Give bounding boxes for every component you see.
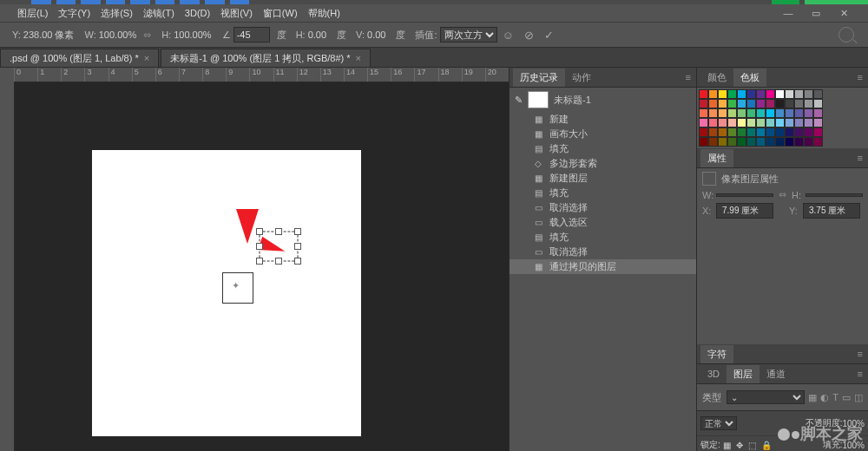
- swatch[interactable]: [756, 118, 766, 127]
- swatch[interactable]: [727, 127, 737, 137]
- swatch[interactable]: [766, 108, 775, 118]
- swatch[interactable]: [737, 99, 746, 108]
- transform-handle[interactable]: [256, 228, 263, 235]
- history-step[interactable]: ▤填充: [510, 186, 696, 200]
- transform-handle[interactable]: [256, 243, 263, 250]
- prop-x-value[interactable]: 7.99 厘米: [716, 203, 773, 219]
- swatch[interactable]: [785, 127, 794, 137]
- prop-y-value[interactable]: 3.75 厘米: [803, 203, 860, 219]
- history-step[interactable]: ▦新建图层: [510, 171, 696, 186]
- opt-vskew-value[interactable]: 0.00: [367, 29, 385, 40]
- freetransform-icon[interactable]: ☺: [503, 29, 514, 42]
- swatch[interactable]: [727, 89, 737, 99]
- swatch[interactable]: [813, 118, 823, 127]
- tab-layers[interactable]: 图层: [727, 365, 760, 383]
- prop-h-value[interactable]: [806, 193, 863, 197]
- tab-swatches[interactable]: 色板: [733, 69, 766, 87]
- swatch[interactable]: [775, 127, 785, 137]
- swatch[interactable]: [699, 108, 708, 118]
- swatch[interactable]: [746, 127, 756, 137]
- swatch[interactable]: [794, 108, 804, 118]
- swatch[interactable]: [794, 89, 804, 99]
- swatch[interactable]: [756, 99, 766, 108]
- swatch[interactable]: [794, 99, 804, 108]
- swatch[interactable]: [794, 137, 804, 147]
- tab-actions[interactable]: 动作: [565, 69, 598, 87]
- swatch[interactable]: [766, 137, 775, 147]
- document-tab[interactable]: .psd @ 100% (图层 1, Lab/8) *×: [0, 49, 159, 67]
- swatch[interactable]: [727, 108, 737, 118]
- swatch[interactable]: [775, 99, 785, 108]
- tab-properties[interactable]: 属性: [700, 149, 733, 167]
- transform-handle[interactable]: [275, 228, 282, 235]
- swatch[interactable]: [766, 89, 775, 99]
- swatch[interactable]: [718, 89, 727, 99]
- tab-history[interactable]: 历史记录: [513, 69, 565, 87]
- swatch[interactable]: [775, 89, 785, 99]
- opacity-value[interactable]: 100%: [842, 419, 865, 428]
- cancel-transform-button[interactable]: ⊘: [524, 29, 534, 42]
- swatch[interactable]: [804, 118, 813, 127]
- swatch[interactable]: [699, 89, 708, 99]
- menu-view[interactable]: 视图(V): [220, 7, 253, 20]
- swatch[interactable]: [737, 118, 746, 127]
- opt-hskew-value[interactable]: 0.00: [308, 29, 326, 40]
- lock-all-icon[interactable]: 🔒: [761, 441, 772, 450]
- history-step[interactable]: ▦新建: [510, 112, 696, 127]
- opt-h-value[interactable]: 100.00%: [174, 29, 211, 40]
- panel-menu-icon[interactable]: ≡: [852, 72, 868, 82]
- search-icon[interactable]: [838, 27, 854, 42]
- swatch[interactable]: [718, 127, 727, 137]
- swatch[interactable]: [708, 118, 718, 127]
- lock-position-icon[interactable]: ✥: [736, 441, 743, 450]
- transform-handle[interactable]: [275, 258, 282, 265]
- swatch[interactable]: [708, 108, 718, 118]
- swatch[interactable]: [813, 137, 823, 147]
- swatch[interactable]: [804, 89, 813, 99]
- history-step[interactable]: ▭载入选区: [510, 215, 696, 230]
- swatch[interactable]: [813, 89, 823, 99]
- swatch[interactable]: [794, 127, 804, 137]
- history-step[interactable]: ▭取消选择: [510, 200, 696, 215]
- interp-select[interactable]: 两次立方: [440, 27, 497, 42]
- window-restore-icon[interactable]: ▭: [807, 8, 825, 19]
- filter-shape-icon[interactable]: ▭: [842, 392, 851, 403]
- swatch[interactable]: [775, 137, 785, 147]
- swatch[interactable]: [813, 99, 823, 108]
- swatch[interactable]: [718, 118, 727, 127]
- filter-type-icon[interactable]: T: [832, 392, 838, 402]
- history-step[interactable]: ▦通过拷贝的图层: [510, 259, 696, 274]
- history-step[interactable]: ▭取消选择: [510, 245, 696, 259]
- filter-pixel-icon[interactable]: ▦: [808, 392, 817, 403]
- swatch[interactable]: [766, 99, 775, 108]
- transform-handle[interactable]: [294, 243, 301, 250]
- swatch[interactable]: [785, 118, 794, 127]
- swatch[interactable]: [785, 99, 794, 108]
- swatch[interactable]: [699, 137, 708, 147]
- document-canvas[interactable]: [92, 150, 361, 436]
- swatch[interactable]: [775, 118, 785, 127]
- swatch[interactable]: [766, 118, 775, 127]
- swatch[interactable]: [775, 108, 785, 118]
- canvas-area[interactable]: 01234567891011121314151617181920: [0, 68, 509, 451]
- prop-w-value[interactable]: [716, 193, 773, 197]
- swatch[interactable]: [699, 118, 708, 127]
- fill-value[interactable]: 100%: [842, 441, 865, 450]
- swatch[interactable]: [718, 137, 727, 147]
- history-snapshot-row[interactable]: ✎ 未标题-1: [510, 88, 696, 112]
- menu-window[interactable]: 窗口(W): [263, 7, 298, 20]
- link-icon[interactable]: ⇔: [779, 189, 786, 200]
- tab-character[interactable]: 字符: [700, 345, 733, 363]
- transform-bounding-box[interactable]: [259, 231, 299, 262]
- history-step[interactable]: ▤填充: [510, 230, 696, 245]
- tab-channels[interactable]: 通道: [760, 365, 792, 383]
- transform-handle[interactable]: [294, 258, 301, 265]
- panel-menu-icon[interactable]: ≡: [681, 72, 696, 82]
- swatch[interactable]: [737, 89, 746, 99]
- transform-handle[interactable]: [256, 258, 263, 265]
- red-triangle-shape[interactable]: [236, 209, 259, 244]
- swatch[interactable]: [794, 118, 804, 127]
- menu-layer[interactable]: 图层(L): [17, 7, 48, 20]
- transform-handle[interactable]: [294, 228, 301, 235]
- swatch[interactable]: [785, 89, 794, 99]
